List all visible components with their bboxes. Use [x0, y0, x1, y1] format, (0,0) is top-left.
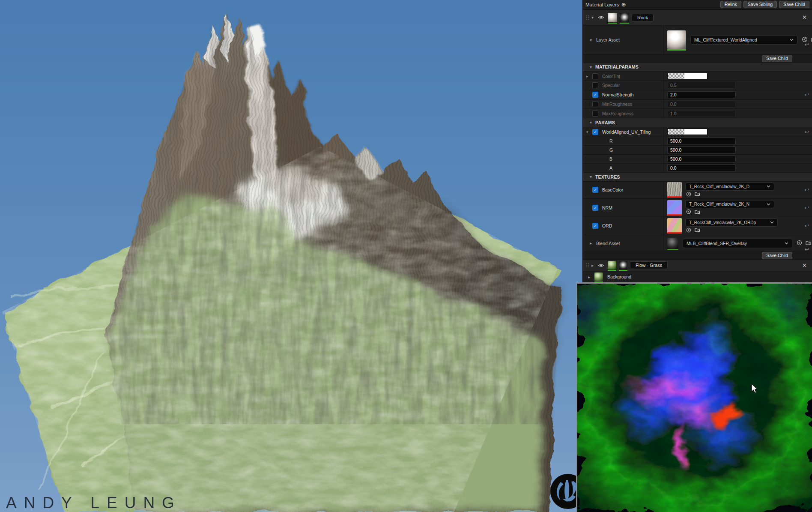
normalstrength-checkbox[interactable]: ✓ [592, 92, 598, 98]
use-selected-asset-icon[interactable] [686, 209, 691, 215]
layer-row-rock[interactable]: ▾ Rock ✕ [583, 10, 812, 26]
layer-asset-dropdown[interactable]: ML_CliffTextured_WorldAligned [690, 35, 797, 45]
tiling-g-value[interactable]: 500.0 [667, 147, 736, 153]
save-child-button[interactable]: Save Child [779, 1, 809, 8]
artist-watermark: ANDY LEUNG [6, 494, 182, 512]
use-selected-asset-icon[interactable] [797, 240, 802, 246]
drag-handle[interactable] [586, 15, 587, 20]
texture-row-basecolor: ✓ BaseColor T_Rock_Cliff_vmclacwlw_2K_D [583, 182, 812, 199]
colortint-swatch[interactable] [667, 73, 708, 79]
section-materialparams[interactable]: ▾ MATERIALPARAMS [583, 63, 812, 72]
blend-save-row: Save Child [583, 252, 812, 260]
browse-to-asset-icon[interactable] [806, 240, 812, 246]
layer-mask-thumbnail[interactable] [619, 261, 627, 269]
specular-checkbox[interactable] [592, 82, 598, 88]
section-textures[interactable]: ▾ TEXTURES [583, 173, 812, 182]
minroughness-value[interactable]: 0.0 [667, 101, 736, 108]
dropdown-chevron-icon [770, 221, 774, 224]
ord-checkbox[interactable]: ✓ [592, 223, 598, 229]
chevron-right-icon[interactable]: ▸ [587, 275, 591, 279]
layer-thumbnail[interactable] [608, 13, 617, 22]
panel-title: Material Layers [585, 2, 619, 7]
browse-to-asset-icon[interactable] [695, 210, 700, 215]
nrm-asset-dropdown[interactable]: T_Rock_Cliff_vmclacwlw_2K_N [685, 200, 774, 208]
revert-icon[interactable]: ↩ [805, 129, 809, 135]
revert-icon[interactable]: ↩ [805, 223, 809, 229]
layer-name-chip[interactable]: Flow - Grass [630, 261, 668, 269]
nrm-checkbox[interactable]: ✓ [592, 205, 598, 211]
ord-asset-dropdown[interactable]: T_RockCliff_vmclacwlw_2K_ORDp [685, 219, 778, 227]
relink-button[interactable]: Relink [720, 1, 741, 8]
layer-thumbnail[interactable] [608, 261, 616, 269]
chevron-right-icon[interactable]: ▸ [586, 74, 591, 78]
chevron-down-icon: ▾ [589, 65, 593, 69]
save-sibling-button[interactable]: Save Sibling [743, 1, 777, 8]
dropdown-chevron-icon [790, 39, 794, 41]
layer-asset-label: Layer Asset [596, 37, 620, 42]
revert-icon[interactable]: ↩ [805, 187, 809, 193]
param-row-specular: Specular 0.5 [583, 81, 812, 90]
tiling-r-value[interactable]: 500.0 [667, 138, 736, 144]
blend-save-child-button[interactable]: Save Child [762, 252, 792, 259]
layer-name-chip[interactable]: Rock [632, 14, 654, 21]
param-row-colortint: ▸ ColorTint [583, 72, 812, 81]
browse-to-asset-icon[interactable] [695, 228, 700, 233]
nrm-thumbnail[interactable] [667, 200, 682, 216]
layer-row-background[interactable]: ▸ Background [583, 271, 812, 283]
panel-header: Material Layers ⊕ Relink Save Sibling Sa… [583, 0, 812, 10]
use-selected-asset-icon[interactable] [686, 228, 691, 234]
flowmap-preview[interactable] [576, 282, 812, 512]
tiling-checkbox[interactable]: ✓ [592, 129, 598, 135]
tiling-row-b: B 500.0 [583, 155, 812, 164]
minroughness-checkbox[interactable] [592, 101, 598, 107]
tiling-b-value[interactable]: 500.0 [667, 156, 736, 162]
param-row-tiling: ▾ ✓ WorldAligned_UV_Tiling ↩ [583, 127, 812, 137]
revert-icon[interactable]: ↩ [805, 205, 809, 211]
colortint-checkbox[interactable] [592, 73, 598, 79]
use-selected-asset-icon[interactable] [686, 192, 691, 198]
screenshot-root: ANDY LEUNG Material Layers ⊕ Relink Save… [0, 0, 812, 512]
chevron-right-icon[interactable]: ▸ [591, 263, 594, 268]
section-params[interactable]: ▾ PARAMS [583, 118, 812, 127]
revert-icon[interactable]: ↩ [805, 246, 809, 252]
tiling-a-value[interactable]: 0.0 [667, 165, 736, 171]
layer-row-flow-grass[interactable]: ▸ Flow - Grass ✕ [583, 260, 812, 272]
dropdown-chevron-icon [785, 242, 788, 245]
dropdown-chevron-icon [767, 185, 770, 188]
basecolor-thumbnail[interactable] [667, 182, 682, 198]
layer-thumbnail[interactable] [594, 272, 603, 281]
drag-handle[interactable] [586, 263, 587, 267]
revert-icon[interactable]: ↩ [805, 92, 809, 98]
add-layer-icon[interactable]: ⊕ [621, 1, 626, 8]
tiling-row-a: A 0.0 [583, 164, 812, 173]
chevron-down-icon[interactable]: ▾ [591, 15, 594, 20]
chevron-right-icon[interactable]: ▸ [589, 241, 593, 246]
tiling-row-r: R 500.0 [583, 137, 812, 146]
tiling-row-g: G 500.0 [583, 146, 812, 155]
revert-icon[interactable]: ↩ [805, 42, 809, 48]
chevron-down-icon: ▾ [589, 120, 593, 125]
ord-thumbnail[interactable] [667, 218, 682, 234]
layer-save-child-button[interactable]: Save Child [762, 55, 792, 62]
close-icon[interactable]: ✕ [802, 14, 809, 21]
layer-asset-thumbnail[interactable] [667, 30, 686, 49]
maxroughness-checkbox[interactable] [592, 111, 598, 117]
tiling-swatch[interactable] [667, 129, 708, 135]
basecolor-checkbox[interactable]: ✓ [592, 187, 598, 193]
browse-to-asset-icon[interactable] [695, 192, 700, 197]
basecolor-asset-dropdown[interactable]: T_Rock_Cliff_vmclacwlw_2K_D [685, 183, 774, 191]
normalstrength-value[interactable]: 2.0 [667, 91, 736, 98]
viewport-render: ANDY LEUNG [0, 0, 582, 512]
visibility-eye-icon[interactable] [598, 15, 604, 20]
maxroughness-value[interactable]: 1.0 [667, 110, 736, 117]
param-row-maxroughness: MaxRoughness 1.0 [583, 109, 812, 118]
visibility-eye-icon[interactable] [598, 263, 604, 268]
specular-value[interactable]: 0.5 [667, 82, 736, 89]
chevron-down-icon[interactable]: ▾ [586, 130, 591, 134]
blend-asset-dropdown[interactable]: MLB_CliffBlend_SFR_Overlay [683, 239, 792, 248]
close-icon[interactable]: ✕ [802, 262, 809, 269]
layer-mask-thumbnail[interactable] [620, 13, 629, 22]
texture-row-ord: ✓ ORD T_RockCliff_vmclacwlw_2K_ORDp [583, 217, 812, 236]
blend-asset-thumbnail[interactable] [667, 238, 678, 249]
chevron-down-icon[interactable]: ▾ [589, 38, 593, 42]
